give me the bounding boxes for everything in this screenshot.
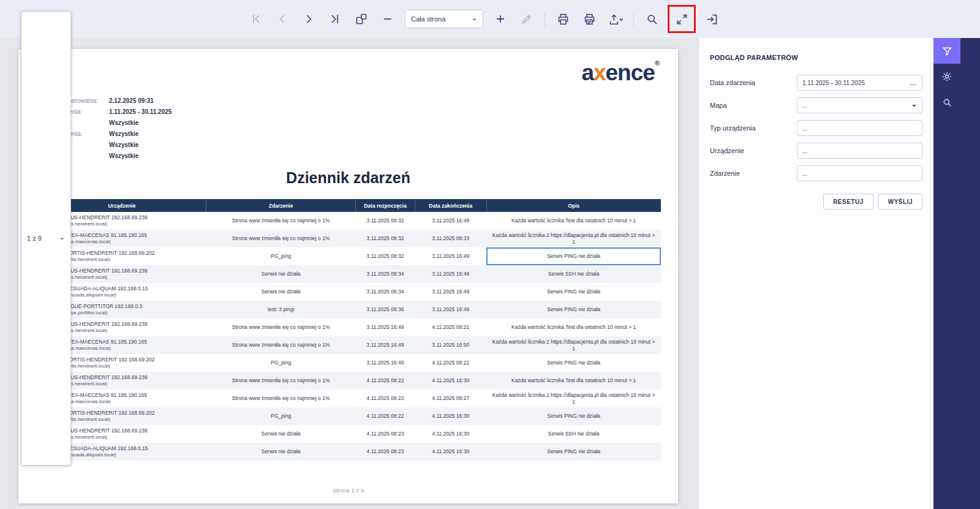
- end-date-cell[interactable]: 3.11.2025 16:49: [415, 283, 486, 301]
- event-cell[interactable]: Strona www zmieniła się co najmniej o 1%: [206, 336, 356, 354]
- end-date-cell[interactable]: 4.11.2025 16:30: [415, 443, 486, 461]
- description-cell[interactable]: Każda wartość licznika 2 https://dlapacj…: [486, 390, 661, 407]
- description-cell[interactable]: Serwis PING nie działa: [486, 354, 661, 372]
- param-input-zdarzenie[interactable]: ...: [797, 165, 922, 181]
- end-date-cell[interactable]: 4.11.2025 16:30: [415, 372, 486, 390]
- start-date-cell[interactable]: 4.11.2025 08:22: [356, 372, 415, 390]
- table-row: MALESUADA-ALIQUAM 192.168.0.15 (malesuad…: [38, 443, 661, 461]
- description-cell[interactable]: Serwis PING nie działa: [486, 301, 661, 319]
- fullscreen-button[interactable]: [670, 7, 693, 31]
- print-with-settings-button[interactable]: [578, 7, 601, 31]
- event-cell[interactable]: Strona www zmieniła się co najmniej o 1%: [206, 319, 356, 336]
- logo-text: ence: [606, 60, 655, 85]
- start-date-cell[interactable]: 4.11.2025 08:23: [356, 443, 415, 461]
- description-cell[interactable]: Serwis PING nie działa: [486, 407, 661, 425]
- start-date-cell[interactable]: 3.11.2025 16:49: [356, 354, 415, 372]
- param-input-data-zdarzenia[interactable]: 1.11.2025 - 30.11.2025 ...: [797, 75, 922, 91]
- description-cell[interactable]: Każda wartość licznika 2 https://dlapacj…: [486, 230, 661, 247]
- start-date-cell[interactable]: 3.11.2025 08:32: [356, 230, 415, 247]
- event-cell[interactable]: Strona www zmieniła się co najmniej o 1%: [206, 390, 356, 407]
- description-cell[interactable]: Serwis PING nie działa: [486, 443, 661, 461]
- event-cell[interactable]: PG_ping: [206, 354, 356, 372]
- filter-icon: [942, 46, 952, 56]
- event-cell[interactable]: Strona www zmieniła się co najmniej o 1%: [206, 372, 356, 390]
- table-row: VARIUS-HENDRERIT 192.168.69.239 (varius.…: [38, 425, 661, 443]
- last-page-button[interactable]: [323, 7, 347, 31]
- param-input-urzadzenie[interactable]: ...: [797, 143, 922, 159]
- event-cell[interactable]: Strona www zmieniła się co najmniej o 1%: [206, 230, 356, 247]
- start-date-cell[interactable]: 3.11.2025 08:34: [356, 265, 415, 283]
- date-range-picker-button[interactable]: ...: [910, 80, 917, 86]
- end-date-cell[interactable]: 4.11.2025 16:30: [415, 425, 486, 443]
- meta-value: Wszystkie: [109, 153, 138, 159]
- description-cell[interactable]: Każda wartość licznika Test dla ostatnic…: [486, 372, 661, 390]
- end-date-cell[interactable]: 3.11.2025 16:50: [415, 336, 486, 354]
- send-button[interactable]: WYŚLIJ: [878, 194, 922, 209]
- param-select-mapa[interactable]: ...: [797, 97, 922, 113]
- device-hostname: (lobortis.hendrerit.local): [59, 257, 155, 263]
- view-mode-button[interactable]: [350, 7, 373, 31]
- end-date-cell[interactable]: 4.11.2025 08:27: [415, 390, 486, 407]
- page-selector-dropdown[interactable]: 1 z 9: [21, 11, 71, 466]
- search-tab[interactable]: [933, 89, 960, 115]
- table-row: LOBORTIS-HENDRERIT 192.168.69.202 (lobor…: [38, 354, 661, 372]
- end-date-cell[interactable]: 3.11.2025 16:49: [415, 301, 486, 319]
- start-date-cell[interactable]: 3.11.2025 08:34: [356, 283, 415, 301]
- param-label-mapa: Mapa: [710, 102, 727, 109]
- description-cell[interactable]: Serwis SSH nie działa: [486, 265, 661, 283]
- table-row: PLATEA-MAECENAS 91.185.190.165 (platea.m…: [38, 230, 661, 247]
- filter-parameters-tab[interactable]: [933, 38, 960, 64]
- zoom-out-button[interactable]: [376, 7, 399, 31]
- zoom-selector-dropdown[interactable]: Cała strona: [405, 10, 483, 28]
- start-date-cell[interactable]: 3.11.2025 16:49: [356, 336, 415, 354]
- end-date-cell[interactable]: 4.11.2025 08:21: [415, 319, 486, 336]
- reset-button[interactable]: RESETUJ: [823, 194, 873, 209]
- description-cell[interactable]: Serwis SSH nie działa: [486, 425, 661, 443]
- chevron-left-icon: [276, 13, 288, 25]
- print-button[interactable]: [551, 7, 575, 31]
- event-cell[interactable]: Serwis nie działa: [206, 283, 356, 301]
- description-cell[interactable]: Każda wartość licznika 2 https://dlapacj…: [486, 336, 661, 354]
- device-name: LOBORTIS-HENDRERIT 192.168.69.202: [59, 250, 155, 257]
- previous-page-button[interactable]: [271, 7, 294, 31]
- next-page-button[interactable]: [297, 7, 320, 31]
- parameters-panel-title: PODGLĄD PARAMETRÓW: [710, 54, 922, 61]
- param-field-typ-urzadzenia: Typ urządzenia ...: [710, 120, 922, 136]
- export-button[interactable]: [604, 7, 627, 31]
- param-input-typ-urzadzenia[interactable]: ...: [797, 120, 922, 136]
- device-name: VARIUS-HENDRERIT 192.168.69.239: [59, 268, 148, 274]
- description-cell[interactable]: Każda wartość licznika Test dla ostatnic…: [486, 319, 661, 336]
- event-cell[interactable]: Strona www zmieniła się co najmniej o 1%: [206, 212, 356, 230]
- event-cell[interactable]: PG_ping: [206, 247, 356, 265]
- event-cell[interactable]: test: 3 pingi: [206, 301, 356, 319]
- settings-tab[interactable]: [933, 64, 960, 89]
- start-date-cell[interactable]: 4.11.2025 08:23: [356, 425, 415, 443]
- end-date-cell[interactable]: 3.11.2025 08:33: [415, 230, 486, 247]
- event-cell[interactable]: PG_ping: [206, 407, 356, 425]
- first-page-button[interactable]: [244, 7, 268, 31]
- event-cell[interactable]: Serwis nie działa: [206, 425, 356, 443]
- description-cell[interactable]: Serwis PING nie działa: [486, 247, 661, 265]
- end-date-cell[interactable]: 3.11.2025 16:49: [415, 212, 486, 230]
- end-date-cell[interactable]: 3.11.2025 16:49: [415, 247, 486, 265]
- event-cell[interactable]: Serwis nie działa: [206, 265, 356, 283]
- end-date-cell[interactable]: 4.11.2025 08:21: [415, 354, 486, 372]
- search-button[interactable]: [640, 7, 663, 31]
- description-cell[interactable]: Każda wartość licznika Test dla ostatnic…: [486, 212, 661, 230]
- start-date-cell[interactable]: 4.11.2025 08:22: [356, 407, 415, 425]
- start-date-cell[interactable]: 3.11.2025 08:36: [356, 301, 415, 319]
- param-label-urzadzenie: Urządzenie: [710, 147, 744, 154]
- start-date-cell[interactable]: 4.11.2025 08:22: [356, 390, 415, 407]
- edit-report-button[interactable]: [515, 7, 538, 31]
- start-date-cell[interactable]: 3.11.2025 16:49: [356, 319, 415, 336]
- start-date-cell[interactable]: 3.11.2025 08:32: [356, 247, 415, 265]
- end-date-cell[interactable]: 4.11.2025 16:30: [415, 407, 486, 425]
- description-cell[interactable]: Serwis PING nie działa: [486, 283, 661, 301]
- event-cell[interactable]: Serwis nie działa: [206, 443, 356, 461]
- end-date-cell[interactable]: 3.11.2025 16:49: [415, 265, 486, 283]
- zoom-selector-value: Cała strona: [411, 15, 445, 23]
- start-date-cell[interactable]: 3.11.2025 08:32: [356, 212, 415, 230]
- search-icon: [942, 97, 952, 108]
- zoom-in-button[interactable]: [489, 7, 512, 31]
- exit-preview-button[interactable]: [700, 7, 723, 31]
